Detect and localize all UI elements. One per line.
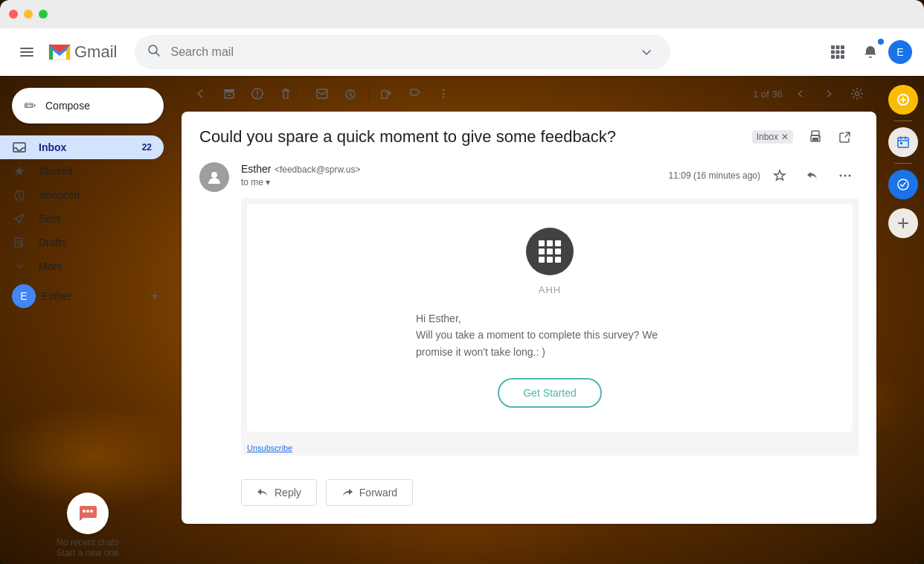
star-email-button[interactable]: [766, 162, 793, 189]
toolbar-divider-2: [368, 85, 369, 103]
sender-avatar: [199, 162, 229, 192]
unsubscribe-link[interactable]: Unsubscribe: [241, 438, 859, 455]
svg-rect-16: [15, 238, 22, 247]
inbox-icon: [12, 141, 27, 154]
logo-dot: [547, 249, 553, 254]
sidebar-item-drafts-label: Drafts: [39, 237, 152, 249]
sidebar-item-starred-label: Starred: [39, 165, 152, 177]
chat-no-recent-text: No recent chats Start a new one: [57, 537, 119, 558]
svg-rect-24: [382, 91, 388, 98]
reply-button[interactable]: Reply: [241, 479, 317, 506]
email-message: Esther <feedback@sprw.us> to me ▾: [182, 156, 876, 467]
sidebar-item-snoozed[interactable]: Snoozed: [0, 183, 164, 207]
svg-point-33: [211, 172, 217, 178]
svg-rect-39: [900, 142, 902, 144]
sidebar-item-inbox[interactable]: Inbox 22: [0, 135, 164, 159]
compose-label: Compose: [45, 100, 90, 112]
svg-point-19: [90, 510, 93, 513]
drafts-icon: [12, 237, 27, 249]
inbox-tag-close-icon[interactable]: ✕: [781, 132, 789, 142]
reply-area: Reply Forward: [182, 467, 876, 524]
forward-button[interactable]: Forward: [326, 479, 413, 506]
sidebar-item-snoozed-label: Snoozed: [39, 189, 152, 201]
sidebar-item-more[interactable]: More: [0, 254, 164, 278]
logo-dot: [539, 257, 545, 263]
accounts-section[interactable]: E Esther +: [0, 278, 176, 314]
delete-button[interactable]: [272, 80, 299, 107]
hamburger-menu-button[interactable]: [12, 37, 42, 67]
sender-info: Esther <feedback@sprw.us> to me ▾: [241, 162, 657, 188]
maximize-window-button[interactable]: [39, 10, 48, 19]
svg-rect-11: [831, 55, 835, 59]
add-on-button[interactable]: [888, 208, 918, 238]
sidebar-item-sent[interactable]: Sent: [0, 207, 164, 231]
tasks-button[interactable]: [888, 170, 918, 199]
search-dropdown-button[interactable]: [635, 40, 658, 64]
gmail-logo-icon: [48, 40, 71, 64]
google-keep-button[interactable]: [888, 85, 918, 115]
older-email-button[interactable]: [815, 80, 842, 107]
snooze-button[interactable]: [337, 80, 364, 107]
close-window-button[interactable]: [9, 10, 18, 19]
sent-icon: [12, 213, 27, 225]
sender-to[interactable]: to me ▾: [241, 177, 657, 188]
reply-button-label: Reply: [275, 487, 301, 499]
account-name: Esther: [42, 290, 71, 302]
email-body-card: AHH Hi Esther, Will you take a moment to…: [241, 198, 859, 455]
svg-point-17: [83, 510, 86, 513]
settings-button[interactable]: [844, 80, 870, 107]
report-spam-button[interactable]: [244, 80, 271, 107]
notifications-button[interactable]: [856, 37, 885, 67]
more-chevron-icon: [12, 260, 27, 272]
sidebar-item-inbox-badge: 22: [142, 142, 152, 153]
right-panel-divider: [894, 121, 912, 121]
svg-point-18: [86, 510, 89, 513]
logo-dot: [547, 240, 553, 246]
get-started-button[interactable]: Get Started: [498, 378, 602, 408]
open-new-window-button[interactable]: [832, 124, 859, 150]
svg-rect-31: [812, 138, 818, 141]
inbox-tag-label: Inbox: [757, 132, 778, 142]
print-button[interactable]: [802, 124, 829, 150]
search-input[interactable]: [170, 45, 626, 59]
logo-dot: [555, 257, 561, 263]
back-button[interactable]: [187, 80, 214, 107]
sender-row: Esther <feedback@sprw.us> to me ▾: [199, 162, 859, 198]
newer-email-button[interactable]: [787, 80, 814, 107]
sidebar-item-starred[interactable]: ★ Starred: [0, 159, 164, 183]
reply-email-button[interactable]: [799, 162, 826, 189]
gmail-app: Gmail: [0, 28, 924, 564]
app-background: Gmail: [0, 28, 924, 564]
mark-unread-button[interactable]: [309, 80, 336, 107]
right-panel-divider-2: [894, 163, 912, 164]
svg-rect-29: [812, 131, 819, 135]
calendar-button[interactable]: [888, 127, 918, 157]
chat-section: No recent chats Start a new one: [0, 487, 176, 564]
archive-button[interactable]: [216, 80, 243, 107]
svg-point-40: [898, 179, 908, 190]
compose-button[interactable]: ✏ Compose: [12, 88, 164, 124]
more-actions-button[interactable]: [430, 80, 457, 107]
email-subject-row: Could you spare a quick moment to give s…: [182, 112, 876, 156]
svg-rect-5: [831, 45, 835, 49]
inbox-tag: Inbox ✕: [752, 130, 793, 144]
company-logo-circle: [526, 228, 574, 275]
svg-rect-20: [224, 89, 234, 92]
gmail-main-content: ✏ Compose Inbox 22: [0, 76, 924, 564]
sender-name-row: Esther <feedback@sprw.us>: [241, 162, 657, 176]
right-panel: [882, 76, 924, 564]
svg-point-27: [443, 97, 445, 99]
sidebar-item-drafts[interactable]: Drafts: [0, 231, 164, 254]
google-apps-button[interactable]: [823, 37, 853, 67]
email-body-paragraph: Will you take a moment to complete this …: [416, 327, 684, 360]
minimize-window-button[interactable]: [24, 10, 33, 19]
user-avatar[interactable]: E: [888, 40, 912, 64]
labels-button[interactable]: [402, 80, 429, 107]
email-greeting: Hi Esther,: [416, 310, 684, 327]
email-more-button[interactable]: [832, 162, 859, 189]
move-to-button[interactable]: [373, 80, 400, 107]
add-account-button[interactable]: +: [146, 287, 164, 305]
search-bar[interactable]: [135, 35, 670, 69]
email-timestamp: 11:09 (16 minutes ago): [669, 170, 760, 181]
email-header-actions: [802, 124, 859, 150]
